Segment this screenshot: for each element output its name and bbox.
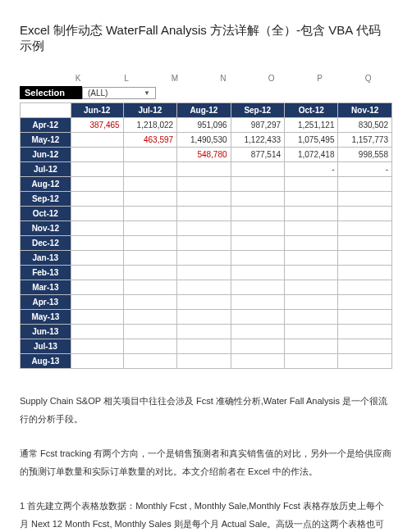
grid-cell[interactable] [177,177,231,192]
grid-cell[interactable] [71,354,123,369]
grid-cell[interactable] [71,192,123,207]
grid-cell[interactable] [285,280,338,295]
grid-cell[interactable] [231,162,284,177]
grid-cell[interactable]: 1,072,418 [285,148,338,162]
grid-cell[interactable] [285,236,338,251]
grid-cell[interactable] [177,280,231,295]
grid-cell[interactable] [285,325,338,339]
grid-cell[interactable]: - [285,162,338,177]
grid-cell[interactable] [177,325,231,339]
grid-cell[interactable] [177,295,231,310]
grid-cell[interactable] [123,251,176,266]
grid-cell[interactable] [123,266,176,280]
grid-cell[interactable] [123,354,176,369]
grid-cell[interactable] [177,310,231,325]
grid-cell[interactable] [231,280,284,295]
grid-cell[interactable] [338,310,392,325]
grid-cell[interactable] [231,266,284,280]
grid-cell[interactable] [177,192,231,207]
grid-cell[interactable] [177,236,231,251]
grid-cell[interactable] [123,295,176,310]
grid-cell[interactable] [285,266,338,280]
grid-cell[interactable] [285,295,338,310]
grid-cell[interactable] [231,310,284,325]
grid-cell[interactable] [231,207,284,221]
grid-cell[interactable] [123,221,176,236]
grid-cell[interactable] [231,221,284,236]
grid-cell[interactable] [177,339,231,354]
grid-cell[interactable] [71,339,123,354]
grid-cell[interactable] [71,207,123,221]
grid-cell[interactable]: 1,075,495 [285,133,338,148]
grid-cell[interactable]: 387,465 [71,118,123,133]
grid-cell[interactable] [285,310,338,325]
grid-cell[interactable]: 877,514 [231,148,284,162]
grid-cell[interactable] [123,325,176,339]
grid-cell[interactable] [71,162,123,177]
grid-cell[interactable]: 1,218,022 [123,118,176,133]
grid-cell[interactable] [231,325,284,339]
grid-cell[interactable]: 1,490,530 [177,133,231,148]
grid-cell[interactable] [123,236,176,251]
grid-cell[interactable] [231,192,284,207]
grid-cell[interactable] [285,177,338,192]
grid-cell[interactable] [231,339,284,354]
grid-cell[interactable] [338,192,392,207]
grid-cell[interactable] [177,354,231,369]
grid-cell[interactable] [231,354,284,369]
grid-cell[interactable]: 1,251,121 [285,118,338,133]
grid-cell[interactable] [338,236,392,251]
grid-cell[interactable] [338,207,392,221]
grid-cell[interactable]: 1,122,433 [231,133,284,148]
grid-cell[interactable] [177,221,231,236]
grid-cell[interactable] [71,325,123,339]
grid-cell[interactable] [177,266,231,280]
grid-cell[interactable] [231,236,284,251]
grid-cell[interactable]: - [338,162,392,177]
grid-cell[interactable]: 998,558 [338,148,392,162]
grid-cell[interactable] [231,251,284,266]
grid-cell[interactable]: 951,096 [177,118,231,133]
grid-cell[interactable]: 1,157,773 [338,133,392,148]
grid-cell[interactable] [71,133,123,148]
grid-cell[interactable] [71,295,123,310]
grid-cell[interactable] [71,236,123,251]
grid-cell[interactable] [285,354,338,369]
grid-cell[interactable] [231,177,284,192]
grid-cell[interactable] [338,280,392,295]
grid-cell[interactable] [123,207,176,221]
grid-cell[interactable] [231,295,284,310]
grid-cell[interactable] [71,266,123,280]
selection-dropdown[interactable]: (ALL) ▼ [82,87,156,99]
grid-cell[interactable] [71,251,123,266]
grid-cell[interactable] [177,251,231,266]
grid-cell[interactable] [177,207,231,221]
grid-cell[interactable] [71,280,123,295]
grid-cell[interactable] [123,280,176,295]
grid-cell[interactable] [71,177,123,192]
grid-cell[interactable]: 987,297 [231,118,284,133]
grid-cell[interactable] [123,148,176,162]
grid-cell[interactable]: 830,502 [338,118,392,133]
grid-cell[interactable] [338,266,392,280]
grid-cell[interactable]: 548,780 [177,148,231,162]
grid-cell[interactable] [123,162,176,177]
grid-cell[interactable] [285,339,338,354]
grid-cell[interactable] [177,162,231,177]
grid-cell[interactable] [71,221,123,236]
grid-cell[interactable] [338,354,392,369]
grid-cell[interactable] [123,339,176,354]
grid-cell[interactable] [285,221,338,236]
grid-cell[interactable] [338,221,392,236]
grid-cell[interactable] [123,310,176,325]
grid-cell[interactable] [123,177,176,192]
grid-cell[interactable] [71,148,123,162]
grid-cell[interactable] [285,192,338,207]
grid-cell[interactable] [285,251,338,266]
grid-cell[interactable] [338,325,392,339]
grid-cell[interactable] [71,310,123,325]
grid-cell[interactable] [338,251,392,266]
grid-cell[interactable] [123,192,176,207]
grid-cell[interactable]: 463,597 [123,133,176,148]
grid-cell[interactable] [338,339,392,354]
